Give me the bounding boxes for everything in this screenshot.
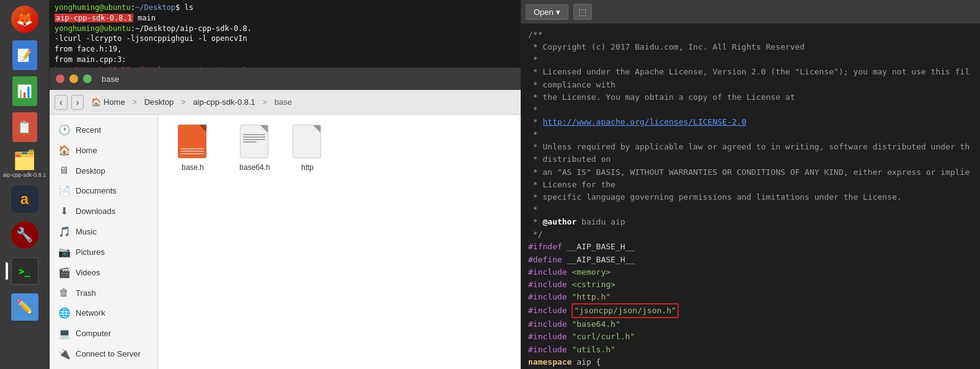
code-editor-panel: Open ▾ ⬚ /** * Copyright (c) 2017 Baidu.… (521, 0, 980, 369)
breadcrumb-home[interactable]: 🏠 Home (87, 96, 128, 108)
videos-icon: 🎬 (58, 267, 69, 278)
sidebar-label-recent: Recent (76, 125, 101, 135)
file-item-base64-h[interactable]: base64.h (230, 125, 280, 172)
documents-icon: 📄 (58, 185, 69, 197)
sidebar-label-desktop: Desktop (76, 166, 105, 176)
terminal-area[interactable]: yonghuming@ubuntu:~/Desktop$ ls aip-cpp-… (50, 0, 521, 68)
sidebar-item-home[interactable]: 🏠 Home (50, 140, 157, 161)
sidebar-label-connect-server: Connect to Server (76, 349, 141, 358)
fm-files-area: base.h (158, 115, 521, 369)
window-minimize-button[interactable] (69, 74, 78, 83)
downloads-icon: ⬇ (58, 205, 69, 217)
sidebar-item-downloads[interactable]: ⬇ Downloads (50, 201, 157, 221)
file-name-base64-h: base64.h (239, 163, 270, 172)
sidebar-item-computer[interactable]: 💻 Computer (50, 323, 157, 344)
code-content[interactable]: /** * Copyright (c) 2017 Baidu.com, Inc.… (521, 24, 980, 369)
open-label: Open (534, 7, 554, 17)
sidebar-label-network: Network (76, 308, 105, 318)
trash-icon: 🗑 (58, 287, 69, 298)
fm-titlebar: base (50, 68, 521, 90)
home-icon: 🏠 (58, 144, 69, 156)
sidebar-item-pictures[interactable]: 📷 Pictures (50, 242, 157, 262)
terminal-highlight: aip-cpp-sdk-0.8.1 (55, 14, 133, 22)
sidebar-label-computer: Computer (76, 329, 111, 338)
fm-sidebar: 🕐 Recent 🏠 Home 🖥 Desktop 📄 Documents (50, 115, 158, 369)
file-name-http: http (301, 163, 314, 172)
sidebar-item-music[interactable]: 🎵 Music (50, 221, 157, 242)
file-item-base-h[interactable]: base.h (168, 125, 218, 172)
connect-server-icon: 🔌 (58, 348, 69, 360)
taskbar-amazon[interactable]: a (8, 182, 42, 216)
sidebar-item-network[interactable]: 🌐 Network (50, 303, 157, 323)
taskbar-terminal[interactable]: >_ (8, 254, 42, 288)
toolbar-icon: ⬚ (578, 7, 586, 17)
sidebar-item-connect-server[interactable]: 🔌 Connect to Server (50, 344, 157, 364)
forward-button[interactable]: › (71, 95, 84, 110)
breadcrumb-base[interactable]: base (271, 96, 296, 108)
sidebar-item-recent[interactable]: 🕐 Recent (50, 120, 157, 140)
folder-label: aip-cpp-sdk-0.8.1 (3, 172, 46, 178)
left-panel: yonghuming@ubuntu:~/Desktop$ ls aip-cpp-… (50, 0, 521, 369)
music-icon: 🎵 (58, 226, 69, 238)
network-icon: 🌐 (58, 307, 69, 319)
taskbar-calc[interactable]: 📊 (8, 74, 42, 108)
code-toolbar: Open ▾ ⬚ (521, 0, 980, 24)
error-highlight-box: "jsoncpp/json/json.h" (572, 303, 678, 318)
sidebar-label-music: Music (76, 227, 97, 236)
sidebar-label-documents: Documents (76, 186, 117, 195)
sidebar-item-documents[interactable]: 📄 Documents (50, 180, 157, 201)
window-title: base (102, 74, 119, 84)
taskbar-folder-sdk[interactable]: 🗂️ aip-cpp-sdk-0.8.1 (8, 146, 42, 180)
sidebar-label-videos: Videos (76, 268, 100, 277)
taskbar-writer[interactable]: 📝 (8, 38, 42, 72)
open-button[interactable]: Open ▾ (526, 4, 568, 20)
include-json-line: #include "jsoncpp/json/json.h" (528, 303, 973, 318)
open-dropdown-arrow: ▾ (556, 7, 560, 17)
pictures-icon: 📷 (58, 246, 69, 258)
taskbar: 🦊 📝 📊 📋 🗂️ aip-cpp-sdk-0.8.1 a 🔧 (0, 0, 50, 369)
sidebar-item-videos[interactable]: 🎬 Videos (50, 262, 157, 283)
taskbar-firefox[interactable]: 🦊 (8, 2, 42, 36)
toolbar-extra-button[interactable]: ⬚ (573, 4, 592, 20)
taskbar-impress[interactable]: 📋 (8, 110, 42, 144)
recent-icon: 🕐 (58, 124, 69, 136)
file-manager: base ‹ › 🏠 Home > Desktop > aip-cpp-sdk-… (50, 68, 521, 369)
file-item-http[interactable]: http (292, 125, 323, 172)
taskbar-text-editor[interactable]: ✏️ (8, 290, 42, 324)
taskbar-settings[interactable]: 🔧 (8, 218, 42, 252)
sidebar-item-desktop[interactable]: 🖥 Desktop (50, 161, 157, 180)
fm-toolbar: ‹ › 🏠 Home > Desktop > aip-cpp-sdk-0.8.1… (50, 90, 521, 115)
window-close-button[interactable] (56, 74, 64, 83)
desktop-icon: 🖥 (58, 165, 69, 176)
computer-icon: 💻 (58, 327, 69, 339)
file-name-base-h: base.h (182, 163, 204, 172)
sidebar-label-pictures: Pictures (76, 247, 105, 257)
breadcrumb-sdk[interactable]: aip-cpp-sdk-0.8.1 (189, 96, 258, 108)
back-button[interactable]: ‹ (55, 95, 68, 110)
fm-body: 🕐 Recent 🏠 Home 🖥 Desktop 📄 Documents (50, 115, 521, 369)
window-maximize-button[interactable] (83, 74, 92, 83)
sidebar-label-downloads: Downloads (76, 207, 115, 216)
breadcrumb-desktop[interactable]: Desktop (141, 96, 178, 108)
sidebar-label-home: Home (76, 146, 97, 155)
sidebar-item-trash[interactable]: 🗑 Trash (50, 283, 157, 303)
sidebar-label-trash: Trash (76, 288, 96, 298)
main-content: yonghuming@ubuntu:~/Desktop$ ls aip-cpp-… (50, 0, 980, 369)
